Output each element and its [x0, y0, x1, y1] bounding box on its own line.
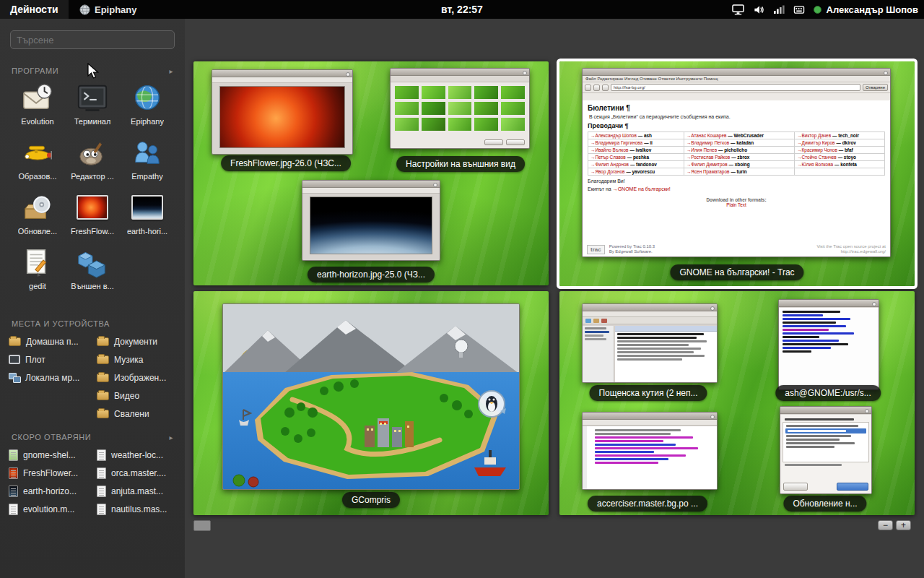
network-signal-icon[interactable] [773, 4, 785, 14]
reload-button[interactable] [602, 85, 609, 91]
place-desktop[interactable]: Плот [9, 350, 92, 368]
recent-item[interactable]: gnome-shel... [9, 446, 92, 464]
translator-link[interactable]: →Владимира Гиргинова [590, 140, 642, 145]
recent-item[interactable]: weather-loc... [97, 446, 180, 464]
window-terminal[interactable] [778, 299, 879, 390]
forward-button[interactable] [593, 85, 600, 91]
translator-link[interactable]: →Виктор Дачев [797, 133, 831, 138]
app-gimp[interactable]: Редактор ... [65, 134, 120, 188]
epiphany-icon [79, 4, 90, 15]
button[interactable] [484, 139, 503, 145]
window-freshflower[interactable] [212, 69, 353, 155]
workspace-indicator[interactable] [193, 520, 211, 531]
install-button[interactable] [837, 483, 868, 491]
volume-icon[interactable] [753, 4, 764, 15]
translator-link[interactable]: →Ясен Праматаров [687, 169, 729, 174]
app-terminal[interactable]: Терминал [65, 79, 120, 133]
translator-link[interactable]: →Филип Димитров [687, 162, 728, 167]
button[interactable] [506, 139, 525, 145]
translator-link[interactable]: →Владимир Петков [687, 140, 729, 145]
plain-text-link[interactable]: Plain Text [588, 202, 885, 207]
place-label: Свалени [114, 409, 149, 419]
place-music[interactable]: Музика [97, 350, 180, 368]
selected-row[interactable] [785, 428, 866, 434]
app-update[interactable]: Обновле... [10, 189, 65, 243]
window-accerciser[interactable] [582, 412, 718, 490]
translator-link[interactable]: →Александър Шопов [590, 133, 637, 138]
address-bar[interactable]: http://fsa-bg.org/ [611, 84, 860, 91]
mail-list-pane [615, 326, 717, 382]
translator-link[interactable]: →Юлия Волкова [797, 162, 833, 167]
window-titlebar [212, 70, 352, 77]
window-update[interactable] [780, 406, 872, 494]
app-freshflower-file[interactable]: FreshFlow... [65, 189, 120, 243]
app-empathy[interactable]: Empathy [120, 134, 175, 188]
app-epiphany[interactable]: Epiphany [120, 79, 175, 133]
keyboard-input-icon[interactable] [793, 4, 805, 15]
window-earth[interactable] [302, 180, 440, 261]
recent-item[interactable]: anjuta.mast... [97, 482, 180, 500]
translator-link[interactable]: →Илия Пенев [687, 147, 717, 152]
browser-menubar[interactable]: Файл Редактиране Изглед Отиване Отметки … [583, 76, 890, 82]
window-title-badge: Настройки на външния вид [396, 156, 525, 172]
translator-link[interactable]: →Красимир Чонов [797, 147, 837, 152]
window-gcompris[interactable] [222, 303, 520, 490]
app-evolution[interactable]: Evolution [10, 79, 65, 133]
place-documents[interactable]: Документи [97, 332, 180, 350]
window-mail[interactable] [582, 303, 718, 383]
recent-expand-icon[interactable]: ▸ [169, 434, 173, 441]
app-gedit[interactable]: gedit [10, 244, 65, 298]
translator-link[interactable]: →Филип Андонов [590, 162, 629, 167]
add-workspace-button[interactable]: + [896, 520, 911, 530]
user-menu[interactable]: Александър Шопов [814, 4, 918, 15]
gcompris-plane-icon [19, 134, 56, 171]
place-videos[interactable]: Видео [97, 387, 180, 405]
display-icon[interactable] [732, 4, 744, 15]
app-label: Терминал [74, 117, 111, 126]
place-network[interactable]: Локална мр... [9, 368, 92, 387]
translator-link[interactable]: →Ростислав Райков [687, 155, 730, 160]
place-downloads[interactable]: Свалени [97, 405, 180, 423]
translator-link[interactable]: →Ивайло Вълков [590, 147, 628, 152]
app-label: Редактор ... [71, 172, 114, 181]
window-appearance[interactable] [390, 68, 530, 149]
place-pictures[interactable]: Изображен... [97, 368, 180, 387]
app-appearance[interactable]: Външен в... [65, 244, 120, 298]
toolbar-button[interactable] [585, 319, 591, 323]
app-earth-file[interactable]: earth-hori... [120, 189, 175, 243]
overview-sidebar: ПРОГРАМИ ▸ Evolution Терминал Epiphan [0, 19, 185, 578]
translator-nick: — peshka [627, 155, 649, 160]
search-input[interactable] [10, 30, 175, 49]
recent-item[interactable]: orca.master.... [97, 464, 180, 482]
update-content [780, 415, 871, 493]
programs-expand-icon[interactable]: ▸ [169, 67, 173, 75]
window-trac-browser[interactable]: Файл Редактиране Изглед Отиване Отметки … [582, 68, 891, 257]
translator-nick: — xboing [729, 162, 750, 167]
window-titlebar [583, 413, 717, 420]
recent-item[interactable]: nautilus.mas... [97, 500, 180, 518]
translator-link[interactable]: →Атанас Кошарев [687, 133, 726, 138]
clock[interactable]: вт, 22:57 [441, 0, 483, 19]
app-gcompris[interactable]: Образов... [10, 134, 65, 188]
toolbar-button[interactable] [593, 319, 599, 323]
translator-link[interactable]: →Явор Доганов [590, 169, 624, 174]
window-title-badge: GNOME на български! - Trac [670, 264, 803, 280]
toolbar-button[interactable] [601, 319, 607, 323]
appearance-boxes-icon [74, 244, 110, 280]
close-button[interactable] [783, 483, 808, 491]
remove-workspace-button[interactable]: − [878, 520, 893, 530]
app-menu-button[interactable]: Epiphany [79, 0, 137, 19]
translator-link[interactable]: →Димитър Киров [797, 140, 834, 145]
team-link[interactable]: →GNOME на български! [613, 186, 671, 191]
translator-link[interactable]: →Петър Славов [590, 155, 626, 160]
recent-item[interactable]: earth-horizo... [9, 482, 92, 500]
back-button[interactable] [585, 85, 591, 91]
activities-button[interactable]: Дейности [0, 0, 69, 19]
recent-item[interactable]: FreshFlower... [9, 464, 92, 482]
recent-item[interactable]: evolution.m... [9, 500, 92, 518]
place-home[interactable]: Домашна п... [9, 332, 92, 350]
go-button[interactable]: Отваряне [863, 84, 888, 91]
translators-table: →Александър Шопов— ash →Атанас Кошарев— … [588, 131, 885, 176]
text-line [786, 439, 840, 441]
translator-link[interactable]: →Стойчо Станчев [797, 155, 836, 160]
